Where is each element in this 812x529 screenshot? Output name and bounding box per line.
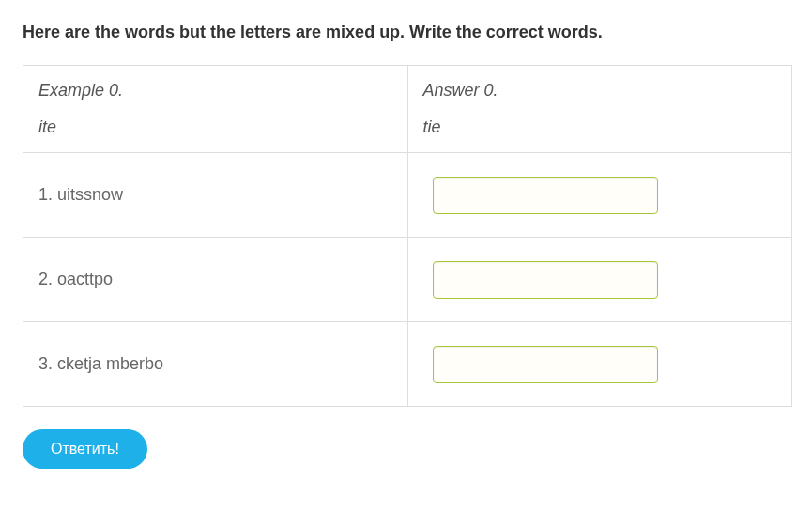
question-cell: 3. cketja mberbo <box>23 322 408 407</box>
example-question-label: Example 0. <box>38 81 392 101</box>
answer-cell <box>407 322 792 407</box>
question-label: 1. uitssnow <box>38 185 123 204</box>
table-row: 2. oacttpo <box>23 238 792 322</box>
instructions-text: Here are the words but the letters are m… <box>23 23 789 42</box>
example-question-value: ite <box>38 117 392 137</box>
submit-button[interactable]: Ответить! <box>23 429 147 469</box>
example-answer-value: tie <box>423 117 777 137</box>
answer-cell <box>407 153 792 238</box>
quiz-table: Example 0. ite Answer 0. tie 1. uitssnow… <box>23 65 792 407</box>
question-label: 2. oacttpo <box>38 270 113 288</box>
table-row: 1. uitssnow <box>23 153 792 238</box>
question-cell: 1. uitssnow <box>23 153 408 238</box>
question-label: 3. cketja mberbo <box>38 354 163 373</box>
table-row: 3. cketja mberbo <box>23 322 792 407</box>
answer-input-1[interactable] <box>433 177 658 214</box>
answer-input-3[interactable] <box>433 346 658 383</box>
question-cell: 2. oacttpo <box>23 238 408 322</box>
example-answer-cell: Answer 0. tie <box>407 66 792 153</box>
example-answer-label: Answer 0. <box>423 81 777 101</box>
example-row: Example 0. ite Answer 0. tie <box>23 66 792 153</box>
answer-input-2[interactable] <box>433 261 658 299</box>
answer-cell <box>407 238 792 322</box>
example-question-cell: Example 0. ite <box>23 66 408 153</box>
